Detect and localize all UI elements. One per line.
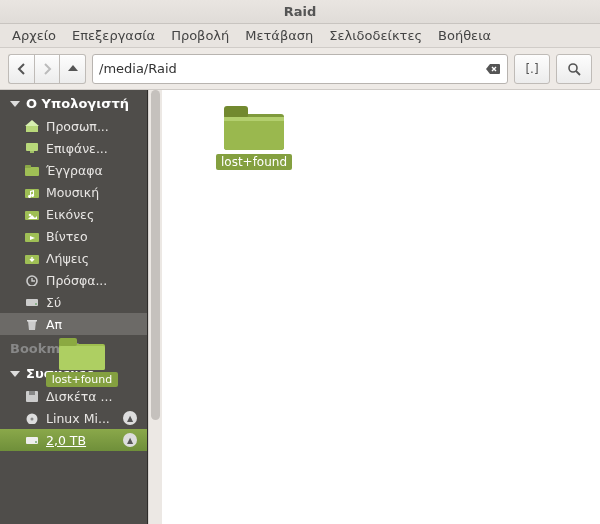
- svg-point-14: [35, 303, 37, 305]
- menu-go[interactable]: Μετάβαση: [239, 26, 319, 45]
- section-title: Ο Υπολογιστή: [26, 96, 129, 111]
- chevron-down-icon: [10, 371, 20, 377]
- sidebar-item-documents[interactable]: Έγγραφα: [0, 159, 147, 181]
- sidebar-item-pictures[interactable]: Εικόνες: [0, 203, 147, 225]
- eject-button[interactable]: ▲: [123, 433, 137, 447]
- svg-rect-6: [25, 165, 31, 168]
- sidebar-item-recent[interactable]: Πρόσφα...: [0, 269, 147, 291]
- location-bar[interactable]: [92, 54, 508, 84]
- floppy-icon: [24, 389, 40, 403]
- svg-rect-3: [26, 143, 38, 151]
- sidebar-section-computer[interactable]: Ο Υπολογιστή: [0, 90, 147, 115]
- menu-view[interactable]: Προβολή: [165, 26, 235, 45]
- home-icon: [24, 119, 40, 133]
- chevron-down-icon: [10, 101, 20, 107]
- clear-path-button[interactable]: [485, 61, 501, 77]
- recent-icon: [24, 273, 40, 287]
- nav-up-button[interactable]: [60, 54, 86, 84]
- svg-point-9: [29, 214, 32, 217]
- sidebar-item-trash[interactable]: Απ: [0, 313, 147, 335]
- downloads-icon: [24, 251, 40, 265]
- sidebar-section-devices[interactable]: Συσκευές: [0, 360, 147, 385]
- svg-rect-4: [30, 151, 34, 153]
- folder-icon: [24, 163, 40, 177]
- drive-icon: [24, 433, 40, 447]
- svg-rect-5: [25, 167, 39, 176]
- sidebar-item-music[interactable]: Μουσική: [0, 181, 147, 203]
- window-titlebar: Raid: [0, 0, 600, 24]
- menu-help[interactable]: Βοήθεια: [432, 26, 497, 45]
- sidebar-item-home[interactable]: Προσωπ...: [0, 115, 147, 137]
- drive-icon: [24, 295, 40, 309]
- section-title: Bookmarks: [10, 341, 92, 356]
- sidebar-scrollbar[interactable]: [148, 90, 162, 524]
- nav-back-button[interactable]: [8, 54, 34, 84]
- section-title: Συσκευές: [26, 366, 94, 381]
- sidebar-item-floppy[interactable]: Δισκέτα ...: [0, 385, 147, 407]
- svg-rect-2: [26, 125, 38, 132]
- svg-point-0: [569, 64, 577, 72]
- svg-rect-17: [29, 391, 35, 395]
- music-icon: [24, 185, 40, 199]
- sidebar: Ο Υπολογιστή Προσωπ... Επιφάνε... Έγγραφ…: [0, 90, 148, 524]
- svg-rect-15: [27, 320, 37, 322]
- zoom-fit-button[interactable]: [.]: [514, 54, 550, 84]
- pictures-icon: [24, 207, 40, 221]
- optical-icon: [24, 411, 40, 425]
- sidebar-item-drive[interactable]: 2,0 TB▲: [0, 429, 147, 451]
- eject-button[interactable]: ▲: [123, 411, 137, 425]
- svg-line-1: [576, 71, 580, 75]
- sidebar-item-downloads[interactable]: Λήψεις: [0, 247, 147, 269]
- folder-icon: [224, 104, 284, 150]
- file-pane[interactable]: lost+found: [162, 90, 600, 524]
- toolbar: [.]: [0, 48, 600, 90]
- sidebar-item-videos[interactable]: Βίντεο: [0, 225, 147, 247]
- svg-rect-28: [224, 117, 284, 121]
- menubar: Αρχείο Επεξεργασία Προβολή Μετάβαση Σελι…: [0, 24, 600, 48]
- sidebar-item-optical[interactable]: Linux Mi...▲: [0, 407, 147, 429]
- menu-edit[interactable]: Επεξεργασία: [66, 26, 161, 45]
- window-title: Raid: [284, 4, 317, 19]
- menu-bookmarks[interactable]: Σελιδοδείκτες: [323, 26, 428, 45]
- video-icon: [24, 229, 40, 243]
- folder-item[interactable]: lost+found: [208, 104, 300, 170]
- nav-forward-button[interactable]: [34, 54, 60, 84]
- svg-point-19: [31, 418, 34, 421]
- svg-rect-27: [224, 117, 284, 150]
- file-name: lost+found: [216, 154, 292, 170]
- path-input[interactable]: [99, 61, 485, 76]
- sidebar-section-bookmarks[interactable]: Bookmarks: [0, 335, 147, 360]
- search-button[interactable]: [556, 54, 592, 84]
- menu-file[interactable]: Αρχείο: [6, 26, 62, 45]
- sidebar-item-filesystem[interactable]: Σύ: [0, 291, 147, 313]
- svg-point-21: [35, 441, 37, 443]
- desktop-icon: [24, 141, 40, 155]
- trash-icon: [24, 317, 40, 331]
- svg-rect-26: [224, 106, 248, 118]
- sidebar-item-desktop[interactable]: Επιφάνε...: [0, 137, 147, 159]
